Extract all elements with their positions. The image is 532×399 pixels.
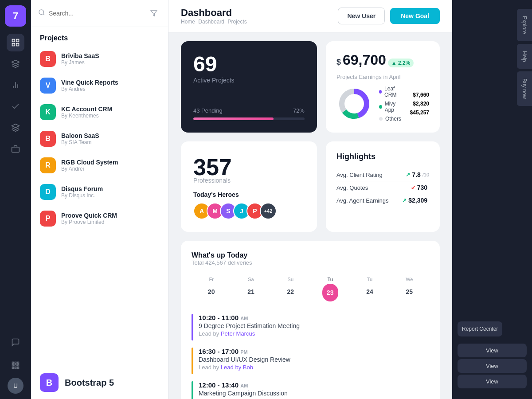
dashboard-body: 69 Active Projects 43 Pending 72% $ bbox=[168, 32, 452, 399]
event-bar bbox=[192, 314, 193, 340]
list-item[interactable]: B Briviba SaaS By James bbox=[31, 46, 168, 72]
highlight-row: Avg. Client Rating ↗ 7.8/10 bbox=[336, 168, 429, 181]
cal-day-num: 23 bbox=[322, 284, 338, 301]
view-button-2[interactable]: View bbox=[458, 359, 527, 373]
calendar-day[interactable]: Tu 24 bbox=[350, 273, 389, 305]
sidebar-icon-grid[interactable] bbox=[7, 34, 24, 51]
calendar-title: What's up Today bbox=[192, 251, 429, 259]
svg-rect-16 bbox=[15, 367, 16, 368]
list-item[interactable]: K KC Account CRM By Keenthemes bbox=[31, 99, 168, 125]
project-by: By SIA Team bbox=[61, 139, 99, 145]
event-lead-link[interactable]: Peter Marcus bbox=[221, 330, 255, 337]
top-header: Dashboard Home- Dashboard- Projects New … bbox=[168, 0, 452, 32]
cal-day-num: 20 bbox=[203, 284, 219, 300]
report-center-button[interactable]: Report Cecnter bbox=[458, 321, 502, 336]
sidebar-icon-message[interactable] bbox=[7, 333, 24, 351]
event-content: 10:20 - 11:00 AM 9 Degree Project Estima… bbox=[199, 314, 300, 337]
professionals-number: 357 bbox=[193, 154, 305, 180]
svg-rect-15 bbox=[12, 367, 14, 368]
list-item[interactable]: V Vine Quick Reports By Andres bbox=[31, 72, 168, 99]
new-user-button[interactable]: New User bbox=[338, 8, 385, 24]
svg-point-18 bbox=[39, 10, 44, 15]
calendar-day[interactable]: We 25 bbox=[390, 273, 429, 305]
svg-rect-8 bbox=[12, 147, 20, 153]
filter-button[interactable] bbox=[147, 6, 161, 20]
event-time: 16:30 - 17:00 PM bbox=[199, 348, 290, 355]
list-item[interactable]: B Baloon SaaS By SIA Team bbox=[31, 125, 168, 152]
sidebar-icon-check[interactable] bbox=[7, 98, 24, 115]
page-title: Dashboard bbox=[181, 7, 247, 19]
right-tab-buy[interactable]: Buy now bbox=[517, 71, 532, 106]
professionals-card: 357 Professionals Today's Heroes AMSJP+4… bbox=[181, 141, 317, 232]
sidebar: 7 U bbox=[0, 0, 31, 399]
new-goal-button[interactable]: New Goal bbox=[390, 8, 440, 24]
list-item[interactable]: D Disqus Forum By Disqus Inc. bbox=[31, 179, 168, 205]
svg-marker-20 bbox=[151, 11, 156, 16]
donut-chart bbox=[336, 86, 372, 121]
legend-dot bbox=[379, 90, 382, 94]
professionals-label: Professionals bbox=[193, 177, 305, 184]
legend-value: $7,660 bbox=[410, 92, 429, 98]
project-info: Baloon SaaS By SIA Team bbox=[61, 132, 99, 145]
highlights-title: Highlights bbox=[336, 152, 429, 161]
events-list: 10:20 - 11:00 AM 9 Degree Project Estima… bbox=[192, 314, 429, 399]
calendar-days: Fr 20 Sa 21 Su 22 Tu 23 Tu 24 We 25 bbox=[192, 273, 429, 305]
legend-dot bbox=[379, 117, 383, 121]
sidebar-avatar[interactable]: 7 bbox=[5, 5, 26, 27]
calendar-day[interactable]: Fr 20 bbox=[192, 273, 231, 305]
right-panel: Explore Help Buy now Report Cecnter View… bbox=[452, 0, 532, 399]
bootstrap-card: B Bootstrap 5 bbox=[31, 366, 168, 399]
view-button-1[interactable]: View bbox=[458, 344, 527, 357]
project-logo: R bbox=[40, 157, 56, 173]
progress-fill bbox=[193, 117, 274, 120]
project-logo: B bbox=[40, 131, 56, 147]
legend-item: Others bbox=[379, 116, 403, 122]
top-cards-row: 69 Active Projects 43 Pending 72% $ bbox=[181, 41, 440, 133]
search-input[interactable] bbox=[49, 10, 143, 17]
event-bar bbox=[192, 381, 193, 399]
project-by: By Disqus Inc. bbox=[61, 192, 103, 199]
cal-day-num: 24 bbox=[362, 284, 378, 300]
list-item[interactable]: R RGB Cloud System By Andrei bbox=[31, 152, 168, 179]
calendar-day[interactable]: Sa 21 bbox=[231, 273, 270, 305]
calendar-card: What's up Today Total 424,567 deliveries… bbox=[181, 241, 440, 399]
chart-legend: Leaf CRMMivy AppOthers bbox=[379, 86, 403, 122]
sidebar-icon-briefcase[interactable] bbox=[7, 140, 24, 158]
legend-values: $7,660$2,820$45,257 bbox=[410, 92, 429, 116]
right-tab-explore[interactable]: Explore bbox=[517, 9, 532, 41]
highlight-row: Avg. Quotes ↙ 730 bbox=[336, 181, 429, 194]
project-info: Briviba SaaS By James bbox=[61, 52, 99, 66]
header-actions: New User New Goal bbox=[338, 8, 440, 24]
hero-avatar: +42 bbox=[260, 203, 277, 219]
cal-day-name: Tu bbox=[327, 277, 332, 282]
legend-item: Mivy App bbox=[379, 101, 403, 113]
earnings-amount-row: $ 69,700 ▲ 2.2% bbox=[336, 52, 429, 68]
heroes-avatars: AMSJP+42 bbox=[193, 203, 305, 219]
svg-rect-11 bbox=[17, 362, 19, 364]
calendar-subtitle: Total 424,567 deliveries bbox=[192, 259, 429, 266]
sidebar-icon-bar-chart[interactable] bbox=[7, 76, 24, 94]
sidebar-icon-small-grid[interactable] bbox=[7, 356, 24, 374]
project-by: By Andres bbox=[61, 86, 118, 92]
event-title: Dashboard UI/UX Design Review bbox=[199, 356, 290, 363]
list-item[interactable]: P Proove Quick CRM By Proove Limited bbox=[31, 205, 168, 232]
svg-rect-17 bbox=[17, 367, 19, 368]
pending-label: 43 Pending bbox=[193, 107, 223, 114]
highlight-label: Avg. Client Rating bbox=[336, 172, 383, 178]
right-tab-help[interactable]: Help bbox=[517, 44, 532, 69]
project-info: RGB Cloud System By Andrei bbox=[61, 159, 118, 172]
calendar-day[interactable]: Tu 23 bbox=[310, 273, 350, 305]
view-button-3[interactable]: View bbox=[458, 375, 527, 388]
bootstrap-name: Bootstrap 5 bbox=[65, 378, 114, 388]
sidebar-icon-layers[interactable] bbox=[7, 55, 24, 73]
sidebar-icon-stack[interactable] bbox=[7, 119, 24, 137]
event-lead-link[interactable]: Lead by Bob bbox=[221, 364, 253, 371]
avatar[interactable]: U bbox=[8, 378, 23, 394]
calendar-day[interactable]: Su 22 bbox=[271, 273, 310, 305]
svg-rect-13 bbox=[15, 364, 16, 366]
cal-day-num: 25 bbox=[401, 284, 417, 300]
highlight-value: ↗ 7.8/10 bbox=[406, 171, 429, 178]
projects-header: Projects bbox=[31, 27, 168, 46]
event-title: 9 Degree Project Estimation Meeting bbox=[199, 322, 300, 329]
project-info: Vine Quick Reports By Andres bbox=[61, 79, 118, 92]
